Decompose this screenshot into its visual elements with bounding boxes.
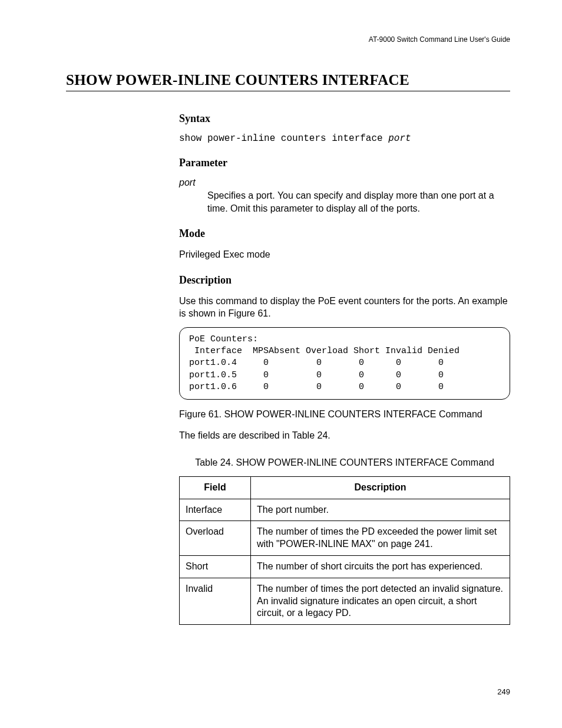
syntax-command-text: show power-inline counters interface [179, 133, 388, 144]
output-row: port1.0.6 0 0 0 0 0 [189, 382, 444, 392]
td-desc: The number of times the PD exceeded the … [251, 521, 510, 556]
mode-text: Privileged Exec mode [179, 248, 510, 261]
th-field: Field [180, 476, 251, 499]
table-header-row: Field Description [180, 476, 510, 499]
td-desc: The port number. [251, 499, 510, 521]
output-row: port1.0.4 0 0 0 0 0 [189, 358, 444, 368]
figure-caption: Figure 61. SHOW POWER-INLINE COUNTERS IN… [179, 409, 510, 420]
syntax-command: show power-inline counters interface por… [179, 133, 510, 144]
content-area: Syntax show power-inline counters interf… [179, 113, 510, 625]
table-row: Invalid The number of times the port det… [180, 578, 510, 624]
param-desc: Specifies a port. You can specify and di… [207, 189, 510, 215]
output-row: port1.0.5 0 0 0 0 0 [189, 370, 444, 380]
td-desc: The number of times the port detected an… [251, 578, 510, 624]
td-desc: The number of short circuits the port ha… [251, 556, 510, 578]
syntax-arg: port [388, 133, 411, 144]
mode-heading: Mode [179, 228, 510, 240]
after-figure-text: The fields are described in Table 24. [179, 429, 510, 442]
syntax-heading: Syntax [179, 113, 510, 125]
table-row: Short The number of short circuits the p… [180, 556, 510, 578]
output-header: Interface MPSAbsent Overload Short Inval… [189, 346, 459, 356]
output-box: PoE Counters: Interface MPSAbsent Overlo… [179, 327, 510, 400]
th-desc: Description [251, 476, 510, 499]
table-row: Interface The port number. [180, 499, 510, 521]
running-header: AT-9000 Switch Command Line User's Guide [66, 35, 510, 44]
table-caption: Table 24. SHOW POWER-INLINE COUNTERS INT… [179, 457, 510, 468]
td-field: Short [180, 556, 251, 578]
field-table: Field Description Interface The port num… [179, 476, 510, 625]
description-heading: Description [179, 274, 510, 286]
page-number: 249 [497, 687, 510, 696]
description-intro: Use this command to display the PoE even… [179, 295, 510, 320]
param-name: port [179, 177, 510, 188]
td-field: Invalid [180, 578, 251, 624]
page-title: SHOW POWER-INLINE COUNTERS INTERFACE [66, 72, 510, 88]
table-row: Overload The number of times the PD exce… [180, 521, 510, 556]
title-rule [66, 91, 510, 91]
output-title: PoE Counters: [189, 334, 258, 344]
td-field: Overload [180, 521, 251, 556]
td-field: Interface [180, 499, 251, 521]
parameter-heading: Parameter [179, 157, 510, 169]
